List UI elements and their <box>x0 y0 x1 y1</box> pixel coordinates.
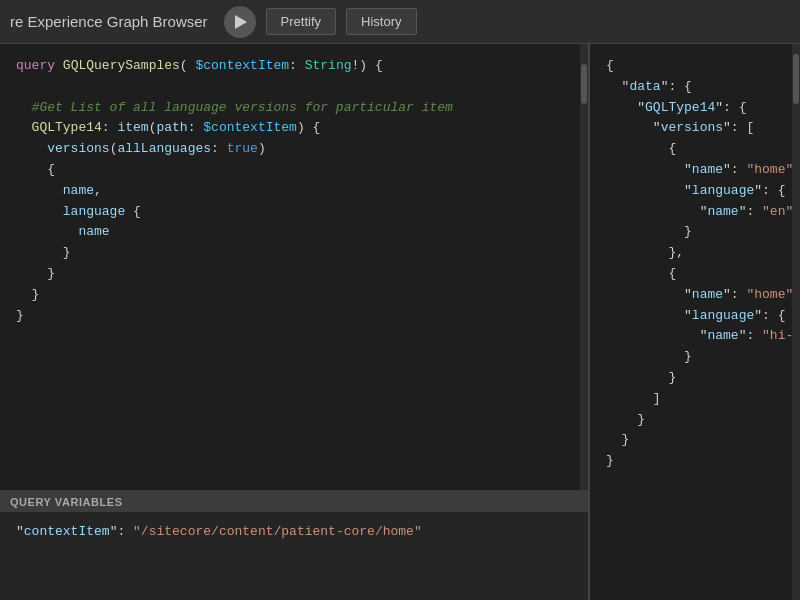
result-line: "versions": [ <box>606 118 784 139</box>
result-line: "language": { <box>606 181 784 202</box>
result-line: } <box>606 410 784 431</box>
app-title: re Experience Graph Browser <box>10 13 208 30</box>
code-line: } <box>16 243 572 264</box>
code-line: name <box>16 222 572 243</box>
play-icon <box>235 15 247 29</box>
code-line: query GQLQuerySamples( $contextItem: Str… <box>16 56 572 77</box>
result-line: ] <box>606 389 784 410</box>
result-line: { <box>606 139 784 160</box>
result-line: "GQLType14": { <box>606 98 784 119</box>
editor-scroll-thumb[interactable] <box>581 64 587 104</box>
code-editor[interactable]: query GQLQuerySamples( $contextItem: Str… <box>0 44 588 490</box>
result-line: } <box>606 430 784 451</box>
vars-line: "contextItem": "/sitecore/content/patien… <box>16 522 572 543</box>
result-line: } <box>606 451 784 472</box>
main-layout: query GQLQuerySamples( $contextItem: Str… <box>0 44 800 600</box>
result-panel[interactable]: { "data": { "GQLType14": { "versions": [… <box>590 44 800 600</box>
result-line: } <box>606 222 784 243</box>
result-line: "data": { <box>606 77 784 98</box>
code-line: { <box>16 160 572 181</box>
app-header: re Experience Graph Browser Prettify His… <box>0 0 800 44</box>
code-line: language { <box>16 202 572 223</box>
code-line <box>16 77 572 98</box>
code-line: GQLType14: item(path: $contextItem) { <box>16 118 572 139</box>
run-button[interactable] <box>224 6 256 38</box>
prettify-button[interactable]: Prettify <box>266 8 336 35</box>
result-line: } <box>606 347 784 368</box>
result-line: } <box>606 368 784 389</box>
result-line: "language": { <box>606 306 784 327</box>
code-line: } <box>16 285 572 306</box>
result-line: "name": "hi-I <box>606 326 784 347</box>
left-panel: query GQLQuerySamples( $contextItem: Str… <box>0 44 590 600</box>
result-scroll-thumb[interactable] <box>793 54 799 104</box>
result-line: }, <box>606 243 784 264</box>
query-variables-panel: QUERY VARIABLES "contextItem": "/sitecor… <box>0 490 588 600</box>
result-line: "name": "en" <box>606 202 784 223</box>
code-line: } <box>16 306 572 327</box>
result-line: { <box>606 56 784 77</box>
history-button[interactable]: History <box>346 8 416 35</box>
result-scrollbar[interactable] <box>792 44 800 600</box>
code-line: versions(allLanguages: true) <box>16 139 572 160</box>
editor-scrollbar[interactable] <box>580 44 588 490</box>
query-variables-header: QUERY VARIABLES <box>0 492 588 512</box>
query-variables-content[interactable]: "contextItem": "/sitecore/content/patien… <box>0 512 588 553</box>
code-line: name, <box>16 181 572 202</box>
result-line: "name": "home", <box>606 285 784 306</box>
code-line: #Get List of all language versions for p… <box>16 98 572 119</box>
result-line: "name": "home", <box>606 160 784 181</box>
code-line: } <box>16 264 572 285</box>
result-line: { <box>606 264 784 285</box>
